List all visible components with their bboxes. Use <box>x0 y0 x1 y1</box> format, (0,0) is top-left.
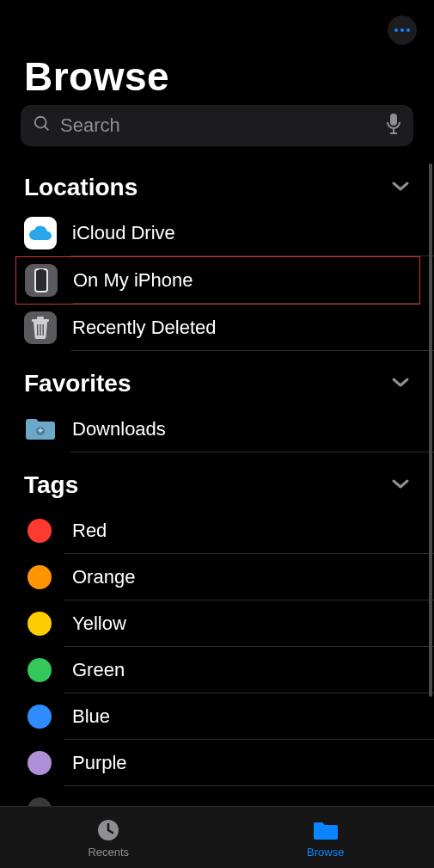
svg-rect-2 <box>390 114 397 126</box>
folder-icon <box>311 817 340 843</box>
tag-blue[interactable]: Blue <box>0 693 434 740</box>
tag-color-dot <box>28 565 52 589</box>
svg-rect-8 <box>32 319 49 322</box>
svg-rect-11 <box>40 324 41 336</box>
tag-color-dot <box>28 612 52 636</box>
section-title: Favorites <box>24 370 131 397</box>
clock-icon <box>94 817 123 843</box>
list-item-label: Yellow <box>72 613 420 636</box>
svg-rect-6 <box>36 270 46 291</box>
list-item-label: On My iPhone <box>73 269 419 292</box>
section-title: Locations <box>24 174 138 201</box>
location-icloud-drive[interactable]: iCloud Drive <box>0 210 434 256</box>
location-recently-deleted[interactable]: Recently Deleted <box>0 305 434 351</box>
list-item-label: Recently Deleted <box>72 317 420 340</box>
iphone-icon <box>25 264 58 297</box>
list-item-label: Green <box>72 659 420 682</box>
ellipsis-icon <box>394 28 398 32</box>
icloud-icon <box>24 217 57 249</box>
svg-rect-7 <box>39 269 44 271</box>
tag-red[interactable]: Red <box>0 508 434 554</box>
tag-color-dot <box>28 519 52 543</box>
section-header-favorites[interactable]: Favorites <box>0 351 434 406</box>
tag-color-dot <box>28 658 52 682</box>
svg-line-1 <box>45 126 49 131</box>
microphone-icon[interactable] <box>386 113 401 139</box>
page-title: Browse <box>24 53 169 100</box>
chevron-down-icon <box>391 376 410 391</box>
search-input[interactable]: Search <box>21 105 413 146</box>
list-item-label: iCloud Drive <box>72 222 420 245</box>
tab-browse[interactable]: Browse <box>217 807 435 868</box>
scroll-indicator <box>429 163 432 697</box>
section-header-tags[interactable]: Tags <box>0 452 434 508</box>
tag-more[interactable] <box>0 786 434 806</box>
tag-purple[interactable]: Purple <box>0 740 434 786</box>
folder-downloads-icon <box>24 413 57 446</box>
favorite-downloads[interactable]: Downloads <box>0 406 434 452</box>
list-item-label: Orange <box>72 566 420 589</box>
list-item-label: Downloads <box>72 418 420 441</box>
section-title: Tags <box>24 471 78 499</box>
tag-color-dot <box>28 797 52 806</box>
tab-label: Browse <box>307 846 344 859</box>
location-on-my-iphone[interactable]: On My iPhone <box>15 256 420 305</box>
tab-bar: Recents Browse <box>0 806 434 868</box>
tab-label: Recents <box>88 846 129 859</box>
chevron-down-icon <box>391 477 410 493</box>
search-icon <box>33 114 52 137</box>
section-header-locations[interactable]: Locations <box>0 163 434 210</box>
tag-yellow[interactable]: Yellow <box>0 600 434 647</box>
chevron-down-icon <box>391 180 410 195</box>
trash-icon <box>24 311 57 344</box>
tag-green[interactable]: Green <box>0 647 434 693</box>
search-placeholder: Search <box>60 114 377 137</box>
content-scroll[interactable]: Locations iCloud Drive On My iPhone Rece… <box>0 163 434 806</box>
tag-color-dot <box>28 751 52 775</box>
tag-color-dot <box>28 705 52 729</box>
svg-rect-9 <box>37 317 44 319</box>
more-options-button[interactable] <box>388 15 417 45</box>
tag-orange[interactable]: Orange <box>0 554 434 600</box>
svg-rect-12 <box>43 324 45 336</box>
list-item-label: Red <box>72 520 420 543</box>
tab-recents[interactable]: Recents <box>0 807 217 868</box>
list-item-label: Purple <box>72 752 420 775</box>
svg-rect-10 <box>37 324 39 336</box>
svg-point-0 <box>35 117 46 128</box>
list-item-label: Blue <box>72 705 420 729</box>
